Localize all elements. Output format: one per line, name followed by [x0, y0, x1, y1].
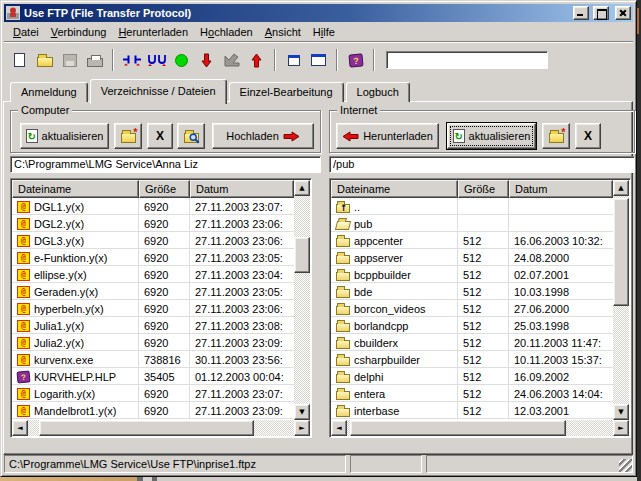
scrollbar-thumb[interactable]: [39, 420, 254, 436]
table-row[interactable]: appserver51224.08.2000: [331, 249, 613, 266]
download-arrow-icon: [342, 131, 359, 142]
column-header-datum[interactable]: Datum: [190, 180, 294, 198]
table-row[interactable]: borcon_videos51227.06.2000: [331, 300, 613, 317]
tab-logbuch[interactable]: Logbuch: [346, 82, 410, 102]
column-header-dateiname[interactable]: Dateiname: [331, 180, 458, 198]
transfer-abort-button[interactable]: [219, 48, 244, 72]
table-row[interactable]: ..: [331, 198, 613, 215]
disconnect-button[interactable]: [144, 48, 169, 72]
table-row[interactable]: ellipse.y(x)692027.11.2003 23:04:: [12, 266, 294, 283]
table-row[interactable]: interbase51212.03.2001: [331, 402, 613, 419]
table-row[interactable]: cbuilderx51220.11.2003 11:47:: [331, 334, 613, 351]
remote-refresh-button[interactable]: aktualisieren: [447, 123, 536, 149]
table-row[interactable]: hyperbeln.y(x)692027.11.2003 23:06:: [12, 300, 294, 317]
scroll-up-button[interactable]: ▲: [294, 180, 310, 196]
scroll-up-button[interactable]: ▲: [613, 180, 629, 196]
column-header-groesse[interactable]: Größe: [458, 180, 509, 198]
remote-path-input[interactable]: /pub: [329, 156, 635, 173]
remote-vertical-scrollbar[interactable]: ▲ ▼: [613, 180, 629, 420]
local-vertical-scrollbar[interactable]: ▲ ▼: [294, 180, 310, 420]
table-row[interactable]: delphi51216.09.2002: [331, 368, 613, 385]
column-header-dateiname[interactable]: Dateiname: [12, 180, 139, 198]
table-row[interactable]: borlandcpp51225.03.1998: [331, 317, 613, 334]
table-row[interactable]: Julia2.y(x)692027.11.2003 23:09:: [12, 334, 294, 351]
scroll-right-button[interactable]: ►: [613, 420, 629, 436]
menu-ansicht[interactable]: Ansicht: [259, 24, 307, 40]
connect-button[interactable]: [119, 48, 144, 72]
tab-anmeldung[interactable]: Anmeldung: [10, 82, 88, 102]
menu-verbindung[interactable]: Verbindung: [45, 24, 113, 40]
scroll-left-button[interactable]: ◄: [331, 420, 347, 436]
scrollbar-track[interactable]: [294, 196, 310, 404]
delete-label: X: [156, 129, 164, 143]
upload-selected-button[interactable]: Hochladen: [212, 123, 314, 149]
local-path-input[interactable]: C:\Programme\LMG Service\Anna Liz: [10, 156, 321, 173]
maximize-button[interactable]: [593, 6, 609, 20]
table-row[interactable]: e-Funktion.y(x)692027.11.2003 23:05:: [12, 249, 294, 266]
remote-delete-button[interactable]: X: [575, 123, 601, 149]
local-find-button[interactable]: [177, 123, 205, 149]
titlebar[interactable]: Use FTP (File Transfer Protocol): [4, 4, 633, 22]
window-small-button[interactable]: [281, 48, 306, 72]
scrollbar-thumb[interactable]: [294, 237, 310, 273]
remote-new-folder-button[interactable]: [542, 123, 570, 149]
scrollbar-thumb[interactable]: [350, 420, 566, 436]
table-row[interactable]: Julia1.y(x)692027.11.2003 23:08:: [12, 317, 294, 334]
table-row[interactable]: DGL1.y(x)692027.11.2003 23:07:: [12, 198, 294, 215]
column-header-datum[interactable]: Datum: [509, 180, 613, 198]
close-button[interactable]: [615, 6, 631, 20]
scroll-down-button[interactable]: ▼: [613, 404, 629, 420]
remote-horizontal-scrollbar[interactable]: ◄ ►: [331, 420, 629, 436]
table-row[interactable]: Geraden.y(x)692027.11.2003 23:05:: [12, 283, 294, 300]
menu-datei[interactable]: Datei: [7, 24, 45, 40]
local-horizontal-scrollbar[interactable]: ◄ ►: [12, 420, 310, 436]
print-button[interactable]: [82, 48, 107, 72]
menu-hilfe[interactable]: Hilfe: [307, 24, 341, 40]
download-selected-button[interactable]: Herunterladen: [336, 123, 439, 149]
local-delete-button[interactable]: X: [147, 123, 173, 149]
table-row[interactable]: KURVHELP.HLP3540501.12.2003 00:04:: [12, 368, 294, 385]
table-row[interactable]: kurvenx.exe73881630.11.2003 23:56:: [12, 351, 294, 368]
table-row[interactable]: csharpbuilder51210.11.2003 15:37:: [331, 351, 613, 368]
file-date: 27.11.2003 23:06:: [190, 300, 294, 317]
open-button[interactable]: [32, 48, 57, 72]
connection-status-button[interactable]: [169, 48, 194, 72]
scrollbar-thumb[interactable]: [613, 198, 629, 306]
upload-button[interactable]: [244, 48, 269, 72]
file-name: borlandcpp: [354, 320, 408, 332]
table-row[interactable]: appcenter51216.06.2003 10:32:: [331, 232, 613, 249]
table-row[interactable]: bcppbuilder51202.07.2001: [331, 266, 613, 283]
tab-verzeichnisse-dateien[interactable]: Verzeichnisse / Dateien: [90, 79, 227, 104]
menu-hochladen[interactable]: Hochladen: [194, 24, 259, 40]
scroll-down-button[interactable]: ▼: [294, 404, 310, 420]
local-new-folder-button[interactable]: [114, 123, 142, 149]
disconnect-icon: [147, 53, 167, 67]
table-row[interactable]: bde51210.03.1998: [331, 283, 613, 300]
table-row[interactable]: Logarith.y(x)692027.11.2003 23:07:: [12, 385, 294, 402]
local-refresh-button[interactable]: aktualisieren: [20, 123, 109, 149]
minimize-button[interactable]: [573, 6, 589, 20]
table-row[interactable]: DGL3.y(x)692027.11.2003 23:06:: [12, 232, 294, 249]
help-button[interactable]: [343, 48, 368, 72]
download-button[interactable]: [194, 48, 219, 72]
save-button[interactable]: [57, 48, 82, 72]
resize-grip[interactable]: [619, 459, 632, 472]
file-size: 512: [458, 385, 509, 402]
table-row[interactable]: DGL2.y(x)692027.11.2003 23:06:: [12, 215, 294, 232]
file-name: DGL1.y(x): [34, 201, 84, 213]
tab-einzel-bearbeitung[interactable]: Einzel-Bearbeitung: [229, 82, 344, 102]
new-button[interactable]: [7, 48, 32, 72]
window-large-button[interactable]: [306, 48, 331, 72]
table-row[interactable]: pub: [331, 215, 613, 232]
menu-herunterladen[interactable]: Herunterladen: [112, 24, 194, 40]
taskbar-sliver: [0, 477, 637, 481]
column-header-groesse[interactable]: Größe: [139, 180, 190, 198]
scroll-left-button[interactable]: ◄: [12, 420, 28, 436]
file-date: 02.07.2001: [509, 266, 613, 283]
file-name: appserver: [354, 252, 403, 264]
table-row[interactable]: entera51224.06.2003 14:04:: [331, 385, 613, 402]
curve-file-icon: [17, 201, 30, 213]
scroll-right-button[interactable]: ►: [294, 420, 310, 436]
table-row[interactable]: Mandelbrot1.y(x)692027.11.2003 23:09:: [12, 402, 294, 419]
address-input[interactable]: [386, 51, 548, 69]
